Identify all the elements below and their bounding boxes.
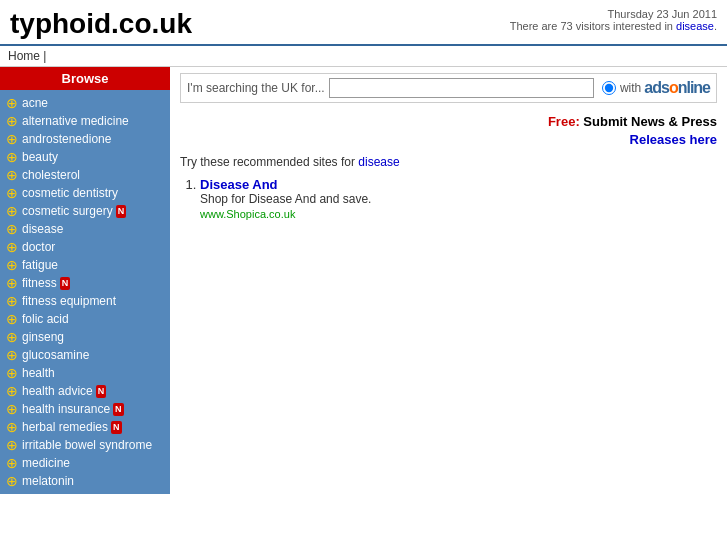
sidebar-item-fitness-equipment[interactable]: ⊕fitness equipment	[0, 292, 170, 310]
sidebar-item-health-insurance[interactable]: ⊕health insuranceN	[0, 400, 170, 418]
sidebar-item-fatigue[interactable]: ⊕fatigue	[0, 256, 170, 274]
bullet-icon: ⊕	[6, 221, 18, 237]
header-info: Thursday 23 Jun 2011 There are 73 visito…	[510, 8, 717, 32]
recommended-keyword[interactable]: disease	[358, 155, 399, 169]
bullet-icon: ⊕	[6, 419, 18, 435]
sidebar-item-medicine[interactable]: ⊕medicine	[0, 454, 170, 472]
search-radio[interactable]	[602, 81, 616, 95]
sidebar-item-label: medicine	[22, 456, 70, 470]
sidebar-item-label: beauty	[22, 150, 58, 164]
sidebar-item-cosmetic-dentistry[interactable]: ⊕cosmetic dentistry	[0, 184, 170, 202]
sidebar-item-health[interactable]: ⊕health	[0, 364, 170, 382]
sidebar-item-beauty[interactable]: ⊕beauty	[0, 148, 170, 166]
sidebar-item-label: fitness equipment	[22, 294, 116, 308]
sidebar-item-label: health advice	[22, 384, 93, 398]
sidebar-item-label: melatonin	[22, 474, 74, 488]
sidebar-item-label: glucosamine	[22, 348, 89, 362]
nav-separator: |	[43, 49, 46, 63]
sidebar-item-fitness[interactable]: ⊕fitnessN	[0, 274, 170, 292]
sidebar-item-label: folic acid	[22, 312, 69, 326]
bullet-icon: ⊕	[6, 113, 18, 129]
sidebar-item-label: health	[22, 366, 55, 380]
sidebar-item-ginseng[interactable]: ⊕ginseng	[0, 328, 170, 346]
press-release-area: Free: Submit News & Press Releases here	[180, 113, 717, 149]
sidebar-item-label: androstenedione	[22, 132, 111, 146]
bullet-icon: ⊕	[6, 455, 18, 471]
sidebar-item-doctor[interactable]: ⊕doctor	[0, 238, 170, 256]
sidebar-item-label: doctor	[22, 240, 55, 254]
bullet-icon: ⊕	[6, 401, 18, 417]
sidebar-item-label: alternative medicine	[22, 114, 129, 128]
sidebar-item-label: fitness	[22, 276, 57, 290]
sidebar-item-label: herbal remedies	[22, 420, 108, 434]
visitors-link[interactable]: disease	[676, 20, 714, 32]
ads-logo: adsonline	[644, 79, 710, 97]
sidebar-item-cholesterol[interactable]: ⊕cholesterol	[0, 166, 170, 184]
bullet-icon: ⊕	[6, 293, 18, 309]
search-input[interactable]	[329, 78, 594, 98]
nav-bar: Home |	[0, 44, 727, 67]
new-badge: N	[116, 205, 127, 218]
press-free-label: Free:	[548, 114, 580, 129]
sidebar-item-label: fatigue	[22, 258, 58, 272]
bullet-icon: ⊕	[6, 275, 18, 291]
date-text: Thursday 23 Jun 2011	[510, 8, 717, 20]
visitors-text: There are 73 visitors interested in dise…	[510, 20, 717, 32]
result-item: Disease AndShop for Disease And and save…	[200, 177, 717, 221]
bullet-icon: ⊕	[6, 347, 18, 363]
sidebar-item-androstenedione[interactable]: ⊕androstenedione	[0, 130, 170, 148]
sidebar-item-health-advice[interactable]: ⊕health adviceN	[0, 382, 170, 400]
sidebar-list: ⊕acne⊕alternative medicine⊕androstenedio…	[0, 90, 170, 494]
bullet-icon: ⊕	[6, 437, 18, 453]
sidebar-item-label: cosmetic surgery	[22, 204, 113, 218]
sidebar-item-irritable-bowel-syndrome[interactable]: ⊕irritable bowel syndrome	[0, 436, 170, 454]
bullet-icon: ⊕	[6, 131, 18, 147]
result-url[interactable]: www.Shopica.co.uk	[200, 208, 295, 220]
bullet-icon: ⊕	[6, 203, 18, 219]
sidebar-item-label: disease	[22, 222, 63, 236]
sidebar-item-label: cosmetic dentistry	[22, 186, 118, 200]
bullet-icon: ⊕	[6, 329, 18, 345]
new-badge: N	[111, 421, 122, 434]
bullet-icon: ⊕	[6, 365, 18, 381]
press-releases-label[interactable]: Releases here	[630, 132, 717, 147]
sidebar-item-melatonin[interactable]: ⊕melatonin	[0, 472, 170, 490]
ads-with-label: with	[620, 81, 641, 95]
results-list: Disease AndShop for Disease And and save…	[180, 177, 717, 221]
result-description: Shop for Disease And and save.	[200, 192, 717, 206]
press-submit-label: Submit News & Press	[583, 114, 717, 129]
sidebar-item-label: cholesterol	[22, 168, 80, 182]
sidebar-item-cosmetic-surgery[interactable]: ⊕cosmetic surgeryN	[0, 202, 170, 220]
sidebar-item-label: acne	[22, 96, 48, 110]
bullet-icon: ⊕	[6, 149, 18, 165]
bullet-icon: ⊕	[6, 473, 18, 489]
bullet-icon: ⊕	[6, 311, 18, 327]
bullet-icon: ⊕	[6, 167, 18, 183]
search-bar: I'm searching the UK for... with adsonli…	[180, 73, 717, 103]
sidebar-item-label: irritable bowel syndrome	[22, 438, 152, 452]
bullet-icon: ⊕	[6, 383, 18, 399]
sidebar-item-disease[interactable]: ⊕disease	[0, 220, 170, 238]
main-content: I'm searching the UK for... with adsonli…	[170, 67, 727, 494]
new-badge: N	[96, 385, 107, 398]
nav-home[interactable]: Home	[8, 49, 40, 63]
sidebar-item-alternative-medicine[interactable]: ⊕alternative medicine	[0, 112, 170, 130]
bullet-icon: ⊕	[6, 239, 18, 255]
new-badge: N	[113, 403, 124, 416]
sidebar: Browse ⊕acne⊕alternative medicine⊕andros…	[0, 67, 170, 494]
sidebar-item-acne[interactable]: ⊕acne	[0, 94, 170, 112]
sidebar-item-label: ginseng	[22, 330, 64, 344]
bullet-icon: ⊕	[6, 95, 18, 111]
bullet-icon: ⊕	[6, 185, 18, 201]
sidebar-item-folic-acid[interactable]: ⊕folic acid	[0, 310, 170, 328]
sidebar-item-label: health insurance	[22, 402, 110, 416]
sidebar-item-glucosamine[interactable]: ⊕glucosamine	[0, 346, 170, 364]
sidebar-title: Browse	[0, 67, 170, 90]
site-title: typhoid.co.uk	[10, 8, 192, 40]
search-label: I'm searching the UK for...	[187, 81, 325, 95]
bullet-icon: ⊕	[6, 257, 18, 273]
sidebar-item-herbal-remedies[interactable]: ⊕herbal remediesN	[0, 418, 170, 436]
recommended-label: Try these recommended sites for disease	[180, 155, 717, 169]
new-badge: N	[60, 277, 71, 290]
result-title[interactable]: Disease And	[200, 177, 278, 192]
